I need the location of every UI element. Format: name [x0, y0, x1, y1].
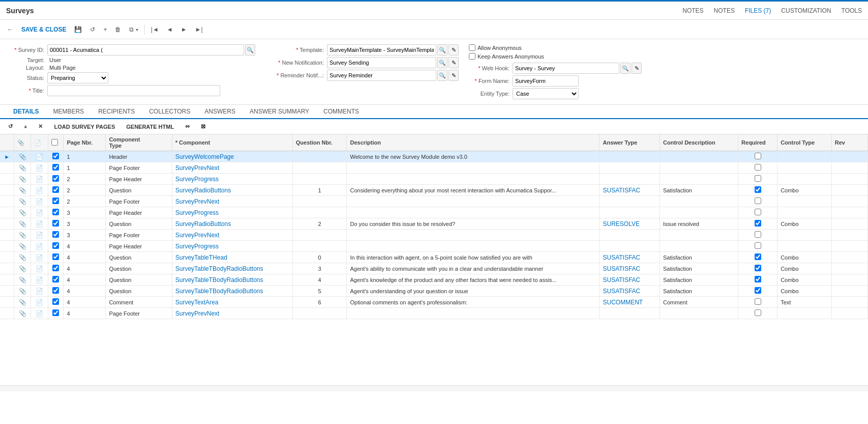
new-notification-edit-button[interactable]: ✎	[448, 57, 459, 68]
tab-recipients[interactable]: RECIPIENTS	[91, 105, 142, 119]
row-checkbox[interactable]	[52, 197, 59, 204]
component-link[interactable]: SurveyProgress	[175, 243, 219, 250]
row-checkbox[interactable]	[52, 265, 59, 271]
required-checkbox[interactable]	[755, 265, 761, 271]
required-checkbox[interactable]	[755, 197, 761, 204]
answer-type-link[interactable]: SUSATISFAC	[603, 276, 640, 284]
required-checkbox[interactable]	[755, 276, 761, 282]
survey-id-search-button[interactable]: 🔍	[245, 44, 255, 55]
new-notification-input[interactable]	[327, 57, 436, 68]
row-checkbox[interactable]	[52, 242, 59, 249]
row-checkbox[interactable]	[52, 220, 59, 227]
required-checkbox[interactable]	[755, 287, 761, 294]
row-required-cell[interactable]	[738, 297, 777, 308]
row-checkbox[interactable]	[52, 153, 59, 159]
notes-label[interactable]: NOTES	[714, 7, 735, 14]
add-button[interactable]: +	[100, 24, 110, 35]
row-required-cell[interactable]	[738, 241, 777, 252]
new-notification-search-button[interactable]: 🔍	[437, 57, 447, 68]
reminder-edit-button[interactable]: ✎	[448, 70, 459, 81]
notes-button[interactable]: NOTES	[682, 7, 703, 14]
webhook-search-button[interactable]: 🔍	[620, 63, 631, 74]
row-checkbox-cell[interactable]	[48, 151, 64, 162]
row-required-cell[interactable]	[738, 308, 777, 319]
required-checkbox[interactable]	[755, 253, 761, 260]
answer-type-link[interactable]: SUSATISFAC	[603, 187, 640, 194]
row-required-cell[interactable]	[738, 151, 777, 162]
fit-button[interactable]: ⇔	[181, 122, 194, 131]
row-required-cell[interactable]	[738, 207, 777, 218]
row-checkbox[interactable]	[52, 175, 59, 182]
row-required-cell[interactable]	[738, 286, 777, 297]
required-checkbox[interactable]	[755, 209, 761, 215]
component-link[interactable]: SurveyTableTBodyRadioButtons	[175, 265, 263, 272]
tab-comments[interactable]: COMMENTS	[316, 105, 366, 119]
required-checkbox[interactable]	[755, 242, 761, 249]
save-button[interactable]: 💾	[71, 24, 85, 35]
add-row-button[interactable]: +	[20, 122, 31, 131]
horizontal-scrollbar[interactable]	[0, 385, 868, 391]
answer-type-link[interactable]: SUCOMMENT	[603, 299, 643, 306]
tools-button[interactable]: TOOLS	[842, 7, 862, 14]
row-checkbox-cell[interactable]	[48, 286, 64, 297]
component-link[interactable]: SurveyWelcomePage	[175, 153, 234, 160]
files-button[interactable]: FILES (7)	[745, 7, 771, 14]
row-required-cell[interactable]	[738, 185, 777, 196]
row-checkbox[interactable]	[52, 287, 59, 294]
row-checkbox[interactable]	[52, 309, 59, 316]
allow-anonymous-checkbox[interactable]	[469, 44, 475, 51]
undo-button[interactable]: ↺	[87, 24, 98, 35]
load-survey-button[interactable]: LOAD SURVEY PAGES	[50, 122, 119, 131]
survey-id-input[interactable]	[47, 44, 244, 55]
row-checkbox-cell[interactable]	[48, 263, 64, 274]
back-button[interactable]: ←	[4, 24, 16, 35]
component-link[interactable]: SurveyTableTBodyRadioButtons	[175, 276, 263, 284]
required-checkbox[interactable]	[755, 153, 761, 159]
component-link[interactable]: SurveyProgress	[175, 209, 219, 216]
answer-type-link[interactable]: SURESOLVE	[603, 220, 639, 228]
row-required-cell[interactable]	[738, 230, 777, 241]
component-link[interactable]: SurveyPrevNext	[175, 164, 220, 172]
row-checkbox-cell[interactable]	[48, 308, 64, 319]
required-checkbox[interactable]	[755, 164, 761, 171]
refresh-content-button[interactable]: ↺	[4, 122, 17, 131]
entity-type-select[interactable]: Case Contact	[513, 88, 579, 99]
row-checkbox-cell[interactable]	[48, 230, 64, 241]
component-link[interactable]: SurveyProgress	[175, 176, 219, 183]
row-checkbox[interactable]	[52, 298, 59, 305]
row-checkbox-cell[interactable]	[48, 174, 64, 185]
answer-type-link[interactable]: SUSATISFAC	[603, 288, 640, 295]
row-checkbox[interactable]	[52, 209, 59, 215]
delete-row-button[interactable]: ✕	[34, 122, 47, 131]
row-checkbox-cell[interactable]	[48, 241, 64, 252]
prev-button[interactable]: ◄	[164, 24, 176, 35]
required-checkbox[interactable]	[755, 309, 761, 316]
row-checkbox[interactable]	[52, 164, 59, 171]
first-button[interactable]: |◄	[148, 24, 162, 35]
status-select[interactable]: Preparing Active Closed	[47, 72, 108, 83]
row-required-cell[interactable]	[738, 174, 777, 185]
template-edit-button[interactable]: ✎	[448, 44, 459, 55]
next-button[interactable]: ►	[178, 24, 190, 35]
row-checkbox[interactable]	[52, 276, 59, 282]
reminder-input[interactable]	[327, 70, 436, 81]
answer-type-link[interactable]: SUSATISFAC	[603, 265, 640, 272]
webhook-edit-button[interactable]: ✎	[632, 63, 642, 74]
grid-icon-button[interactable]: ⊠	[197, 122, 209, 131]
row-required-cell[interactable]	[738, 274, 777, 286]
form-name-input[interactable]	[513, 75, 579, 87]
tab-details[interactable]: DETAILS	[6, 105, 46, 119]
component-link[interactable]: SurveyTableTHead	[175, 254, 227, 261]
row-checkbox-cell[interactable]	[48, 252, 64, 263]
row-required-cell[interactable]	[738, 252, 777, 263]
row-checkbox-cell[interactable]	[48, 274, 64, 286]
keep-answers-checkbox[interactable]	[469, 53, 475, 60]
component-link[interactable]: SurveyPrevNext	[175, 310, 220, 317]
customization-button[interactable]: CUSTOMIZATION	[781, 7, 831, 14]
reminder-search-button[interactable]: 🔍	[437, 70, 447, 81]
delete-button[interactable]: 🗑	[112, 24, 124, 35]
template-input[interactable]	[327, 44, 436, 55]
required-checkbox[interactable]	[755, 231, 761, 238]
row-checkbox[interactable]	[52, 253, 59, 260]
row-checkbox-cell[interactable]	[48, 218, 64, 230]
